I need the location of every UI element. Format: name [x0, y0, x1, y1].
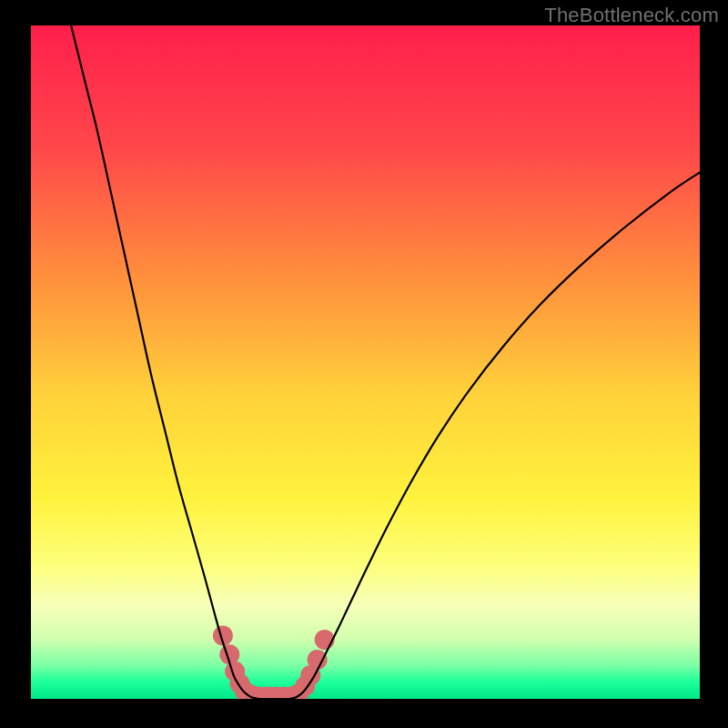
chart-frame: TheBottleneck.com [0, 0, 728, 728]
chart-svg [31, 25, 700, 699]
watermark-text: TheBottleneck.com [544, 4, 719, 27]
gradient-background [31, 25, 700, 699]
plot-area [31, 25, 700, 699]
highlight-blob [308, 650, 328, 670]
